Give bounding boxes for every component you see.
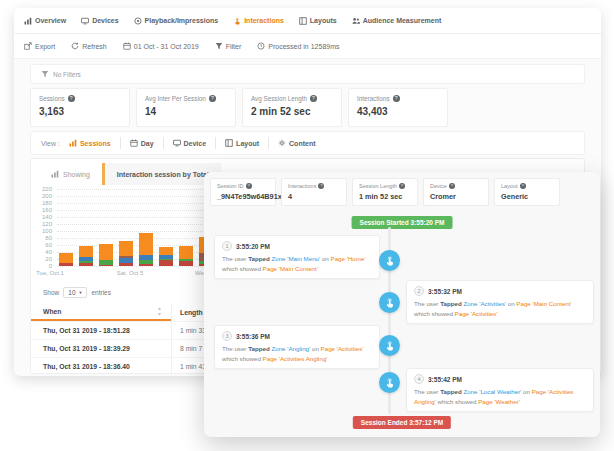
y-tick-label: 80: [45, 235, 52, 241]
stats-row: Sessions3,163Avg Inter Per Session14Avg …: [30, 88, 448, 127]
event-number-badge: 2: [414, 286, 424, 296]
help-icon[interactable]: [399, 183, 405, 189]
toolbar-item-label: Refresh: [82, 43, 107, 50]
info-value: Generic: [501, 192, 553, 201]
help-icon[interactable]: [209, 95, 216, 102]
view-tab-label: Sessions: [80, 140, 111, 147]
timeline-node[interactable]: [379, 372, 400, 393]
view-tab-layout[interactable]: Layout: [225, 139, 259, 147]
separator: [268, 137, 269, 149]
page-link[interactable]: Page 'Weather': [478, 398, 520, 405]
page-link[interactable]: Page 'Activities Angling': [263, 355, 328, 362]
bar-segment-red: [139, 264, 153, 266]
nav-tab-label: Layouts: [310, 17, 337, 24]
y-tick-label: 160: [42, 207, 52, 213]
info-value: 1 min 52 sec: [359, 192, 411, 201]
nav-tab-overview[interactable]: Overview: [24, 17, 66, 25]
zone-link[interactable]: Zone 'Local Weather': [463, 388, 521, 395]
nav-tab-audience-measurement[interactable]: Audience Measurement: [352, 17, 442, 25]
bar-stack-mon-oct-7[interactable]: [179, 246, 193, 266]
info-label: Layout: [501, 183, 553, 189]
bar-stack-tue-oct-1[interactable]: [59, 253, 73, 266]
bar-segment-red: [179, 261, 193, 266]
toolbar-item-export[interactable]: Export: [24, 42, 55, 50]
bar-stack-sat-oct-5[interactable]: [139, 233, 153, 266]
timeline-node[interactable]: [379, 250, 400, 271]
monitor-icon: [173, 139, 181, 147]
bar-stack-fri-oct-4[interactable]: [119, 241, 133, 266]
toolbar-item-clock[interactable]: Processed in 12589ms: [257, 42, 339, 50]
stat-card-sessions: Sessions3,163: [30, 88, 130, 127]
help-icon[interactable]: [393, 95, 400, 102]
event-number-badge: 4: [414, 374, 424, 384]
bar-segment-orange: [139, 233, 153, 255]
event-description: The user Tapped Zone 'Local Weather' on …: [414, 387, 586, 406]
help-icon[interactable]: [449, 183, 455, 189]
help-icon[interactable]: [310, 95, 317, 102]
page-size-select[interactable]: 10: [63, 287, 87, 298]
page-link[interactable]: Page 'Main Content': [263, 265, 318, 272]
stat-card-avg-inter-per-session: Avg Inter Per Session14: [136, 88, 236, 127]
view-tab-day[interactable]: Day: [130, 139, 154, 147]
session-info-card-layout: LayoutGeneric: [494, 178, 560, 206]
y-tick-label: 140: [42, 214, 52, 220]
zone-link[interactable]: Zone 'Activities': [463, 300, 506, 307]
zone-link[interactable]: Zone 'Angling': [271, 345, 310, 352]
help-icon[interactable]: [520, 183, 526, 189]
y-tick-label: 220: [42, 186, 52, 192]
toolbar-item-label: Export: [35, 43, 55, 50]
session-started-badge: Session Started 3:55:20 PM: [352, 216, 453, 229]
bar-stack-sun-oct-6[interactable]: [159, 247, 173, 266]
view-tab-sessions[interactable]: Sessions: [69, 139, 111, 147]
tap-icon: [384, 297, 395, 308]
entries-label: entries: [91, 289, 111, 296]
info-label: Interactions: [288, 183, 340, 189]
cell-when: Thu, Oct 31 2019 - 18:36.40: [43, 363, 130, 370]
view-switch-bar: View :SessionsDayDeviceLayoutContent: [30, 131, 585, 155]
stat-card-interactions: Interactions43,403: [348, 88, 448, 127]
filter-summary-bar[interactable]: No Filters: [30, 64, 585, 84]
sort-icon[interactable]: [156, 307, 163, 316]
timeline-event-card: 23:55:32 PMThe user Tapped Zone 'Activit…: [406, 280, 594, 324]
bar-chart-icon: [51, 170, 59, 178]
help-icon[interactable]: [68, 95, 75, 102]
view-label: View :: [41, 140, 60, 147]
event-number-badge: 1: [222, 241, 232, 251]
event-time: 3:55:36 PM: [236, 333, 270, 340]
toolbar-item-calendar[interactable]: 01 Oct - 31 Oct 2019: [123, 42, 199, 50]
toolbar-item-refresh[interactable]: Refresh: [71, 42, 107, 50]
nav-tab-interactions[interactable]: Interactions: [233, 17, 284, 25]
bar-stack-thu-oct-3[interactable]: [99, 244, 113, 266]
view-tab-device[interactable]: Device: [173, 139, 207, 147]
page-link[interactable]: Page 'Main Content': [516, 300, 571, 307]
y-tick-label: 200: [42, 193, 52, 199]
bar-segment-red: [159, 260, 173, 266]
toolbar-item-filter[interactable]: Filter: [215, 42, 242, 50]
zone-link[interactable]: Zone 'Main Menu': [271, 255, 320, 262]
stat-label: Avg Session Length: [251, 95, 333, 102]
bar-segment-orange: [159, 247, 173, 255]
stat-value: 3,163: [39, 106, 121, 117]
nav-tab-label: Audience Measurement: [363, 17, 442, 24]
view-tab-label: Content: [289, 140, 315, 147]
help-icon[interactable]: [246, 183, 252, 189]
page-link[interactable]: Page 'Activities': [321, 345, 364, 352]
page-link[interactable]: Page 'Activities': [455, 310, 498, 317]
x-tick-label: Tue, Oct 1: [36, 270, 64, 276]
help-icon[interactable]: [318, 183, 324, 189]
session-detail-window: Session ID_9N4Te95w64B91xInteractions4Se…: [204, 172, 600, 437]
timeline-node[interactable]: [379, 292, 400, 313]
column-header-when[interactable]: When: [31, 304, 171, 321]
nav-tab-playback-impressions[interactable]: Playback/Impressions: [134, 17, 219, 25]
nav-tab-label: Playback/Impressions: [145, 17, 219, 24]
timeline-node[interactable]: [379, 335, 400, 356]
calendar-icon: [130, 139, 138, 147]
bar-stack-wed-oct-2[interactable]: [79, 246, 93, 266]
nav-tab-devices[interactable]: Devices: [81, 17, 118, 25]
stat-label: Avg Inter Per Session: [145, 95, 227, 102]
y-tick-label: 180: [42, 200, 52, 206]
view-tab-content[interactable]: Content: [278, 139, 315, 147]
nav-tab-layouts[interactable]: Layouts: [299, 17, 337, 25]
info-label: Device: [430, 183, 482, 189]
page-link[interactable]: Page 'Home': [331, 255, 366, 262]
